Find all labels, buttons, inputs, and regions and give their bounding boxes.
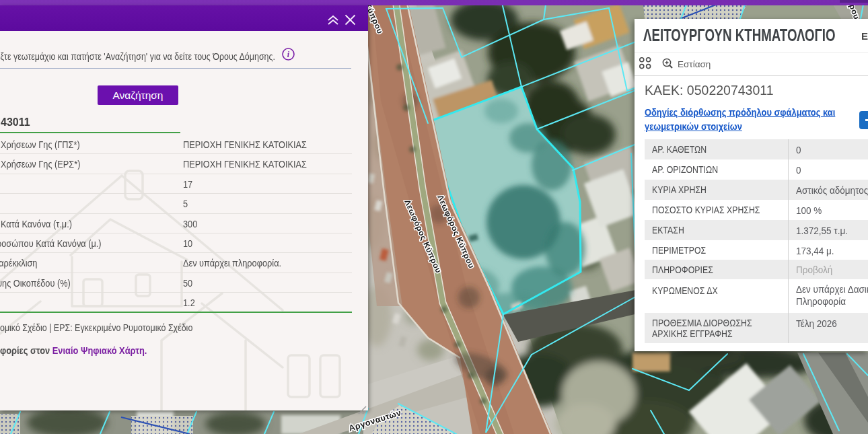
svg-text:i: i xyxy=(287,50,290,59)
